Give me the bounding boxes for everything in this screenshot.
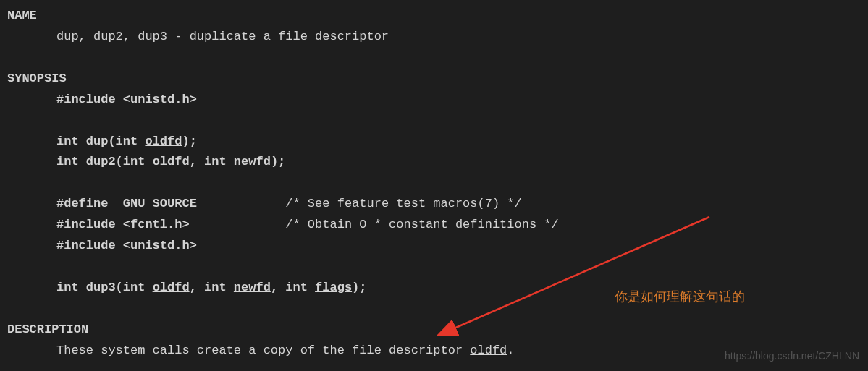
synopsis-include-1: #include <unistd.h> <box>7 90 861 111</box>
code-directive: #define _GNU_SOURCE <box>56 197 197 210</box>
code-directive: #include <fcntl.h> <box>56 218 190 231</box>
watermark: https://blog.csdn.net/CZHLNN <box>725 348 859 365</box>
code-keyword: int dup2(int <box>56 155 153 169</box>
code-pad <box>190 218 286 231</box>
description-text-pre: These system calls create a copy of the … <box>56 344 470 357</box>
synopsis-include-unistd2: #include <unistd.h> <box>7 236 861 257</box>
spacer <box>7 48 861 69</box>
code-arg: oldfd <box>145 135 182 148</box>
synopsis-dup2-signature: int dup2(int oldfd, int newfd); <box>7 152 861 173</box>
code-keyword: int dup3(int <box>56 281 153 294</box>
section-header-synopsis: SYNOPSIS <box>7 69 861 90</box>
spacer <box>7 173 861 194</box>
description-text-post: . <box>507 344 514 357</box>
code-arg: flags <box>315 281 352 294</box>
spacer <box>7 111 861 132</box>
name-line: dup, dup2, dup3 - duplicate a file descr… <box>7 27 861 48</box>
code-arg: oldfd <box>153 281 190 294</box>
code-comment: /* See feature_test_macros(7) */ <box>285 197 521 210</box>
code-arg: oldfd <box>153 155 190 169</box>
code-keyword: int dup(int <box>56 135 145 148</box>
section-header-description: DESCRIPTION <box>7 320 861 341</box>
spacer <box>7 257 861 278</box>
code-keyword: , int <box>190 281 234 294</box>
code-keyword: , int <box>271 281 315 294</box>
code-arg: newfd <box>234 155 271 169</box>
code-keyword: , int <box>190 155 234 169</box>
code-punct: ); <box>271 155 285 169</box>
synopsis-include-fcntl: #include <fcntl.h> /* Obtain O_* constan… <box>7 215 861 236</box>
code-punct: ); <box>352 281 366 294</box>
code-comment: /* Obtain O_* constant definitions */ <box>285 218 558 231</box>
code-arg: newfd <box>234 281 271 294</box>
code-punct: ); <box>182 135 196 148</box>
synopsis-dup-signature: int dup(int oldfd); <box>7 132 861 153</box>
code-pad <box>197 197 285 210</box>
synopsis-define-gnu: #define _GNU_SOURCE /* See feature_test_… <box>7 194 861 215</box>
description-oldfd: oldfd <box>470 344 507 357</box>
annotation-text: 你是如何理解这句话的 <box>615 286 745 308</box>
section-header-name: NAME <box>7 6 861 27</box>
